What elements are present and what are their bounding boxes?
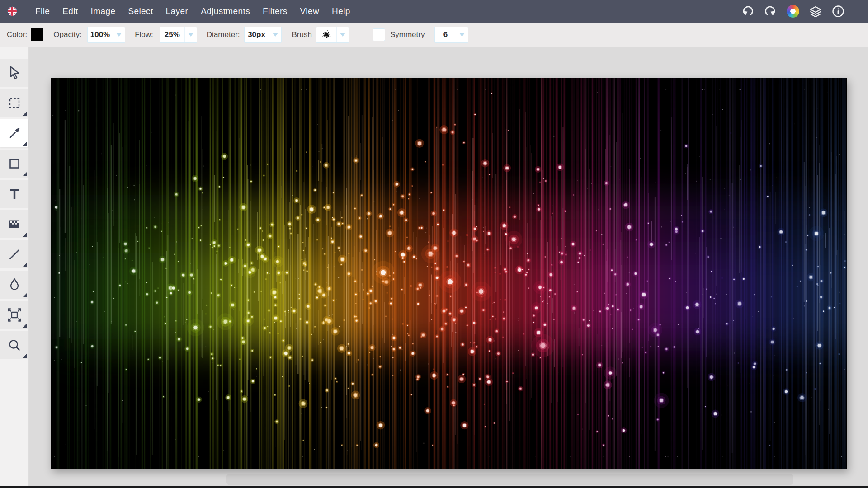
undo-icon[interactable] (741, 4, 755, 19)
menu-bar: FileEditImageSelectLayerAdjustmentsFilte… (0, 0, 868, 23)
workspace (29, 47, 868, 488)
opacity-label: Opacity: (53, 30, 81, 39)
horizontal-scrollbar-thumb[interactable] (226, 474, 793, 485)
symmetry-count-value[interactable]: 6 (435, 27, 456, 42)
flyout-corner-icon (23, 353, 27, 358)
info-icon[interactable] (831, 4, 845, 19)
color-swatch[interactable] (31, 28, 43, 41)
brush-selector[interactable] (316, 27, 349, 43)
symmetry-dropdown-button[interactable] (456, 27, 468, 42)
opacity-dropdown-button[interactable] (113, 27, 125, 42)
flyout-corner-icon (23, 232, 27, 237)
brush-preview-icon[interactable] (316, 27, 336, 42)
flyout-corner-icon (23, 141, 27, 146)
diameter-value[interactable]: 30px (245, 27, 269, 42)
tool-text[interactable] (0, 180, 28, 208)
tool-zoom[interactable] (0, 331, 28, 359)
symmetry-count-input[interactable]: 6 (434, 27, 468, 43)
opacity-input[interactable]: 100% (87, 27, 125, 43)
flyout-corner-icon (23, 293, 27, 297)
menu-item-select[interactable]: Select (122, 0, 159, 22)
chevron-down-icon (340, 33, 345, 37)
flow-input[interactable]: 25% (160, 27, 197, 43)
opacity-value[interactable]: 100% (88, 27, 113, 42)
menu-item-image[interactable]: Image (85, 0, 122, 22)
flow-value[interactable]: 25% (160, 27, 184, 42)
diameter-input[interactable]: 30px (244, 27, 282, 43)
chevron-down-icon (273, 33, 278, 37)
flyout-corner-icon (23, 263, 27, 267)
tool-line[interactable] (0, 240, 28, 268)
brush-dropdown-button[interactable] (336, 27, 349, 42)
tool-brush[interactable] (0, 119, 28, 147)
chevron-down-icon (116, 33, 122, 37)
flow-dropdown-button[interactable] (184, 27, 197, 42)
menu-item-help[interactable]: Help (326, 0, 357, 22)
tool-rectangle[interactable] (0, 150, 28, 178)
symmetry-checkbox[interactable] (373, 28, 385, 41)
symmetry-label: Symmetry (390, 30, 425, 39)
tool-sidebar (0, 47, 29, 488)
diameter-label: Diameter: (207, 30, 240, 39)
redo-icon[interactable] (763, 4, 778, 19)
layers-icon[interactable] (808, 4, 823, 19)
options-toolbar: Color: Opacity: 100% Flow: 25% Diameter:… (0, 23, 868, 47)
diameter-dropdown-button[interactable] (269, 27, 281, 42)
tool-select[interactable] (0, 89, 28, 117)
menu-item-adjustments[interactable]: Adjustments (194, 0, 256, 22)
toolbar-divider (361, 27, 361, 42)
menu-right-icons (741, 4, 868, 19)
menu-item-edit[interactable]: Edit (56, 0, 84, 22)
chevron-down-icon (459, 33, 465, 37)
flyout-corner-icon (23, 111, 27, 116)
flow-label: Flow: (135, 30, 153, 39)
flyout-corner-icon (23, 323, 27, 328)
window-bottom-edge (0, 486, 868, 488)
menu-item-view[interactable]: View (294, 0, 326, 22)
menu-item-file[interactable]: File (29, 0, 56, 22)
menu-item-layer[interactable]: Layer (160, 0, 195, 22)
menu-items: FileEditImageSelectLayerAdjustmentsFilte… (29, 0, 357, 22)
flyout-corner-icon (23, 172, 27, 176)
tool-move[interactable] (0, 59, 28, 87)
canvas[interactable] (51, 78, 847, 469)
chevron-down-icon (188, 33, 193, 37)
brush-label: Brush (292, 30, 312, 39)
color-label: Color: (7, 30, 27, 39)
tool-blur[interactable] (0, 271, 28, 299)
menu-item-filters[interactable]: Filters (256, 0, 294, 22)
color-wheel-icon[interactable] (786, 4, 800, 19)
tool-transform[interactable] (0, 301, 28, 329)
uk-flag-icon[interactable] (6, 5, 18, 17)
tool-gradient[interactable] (0, 210, 28, 238)
